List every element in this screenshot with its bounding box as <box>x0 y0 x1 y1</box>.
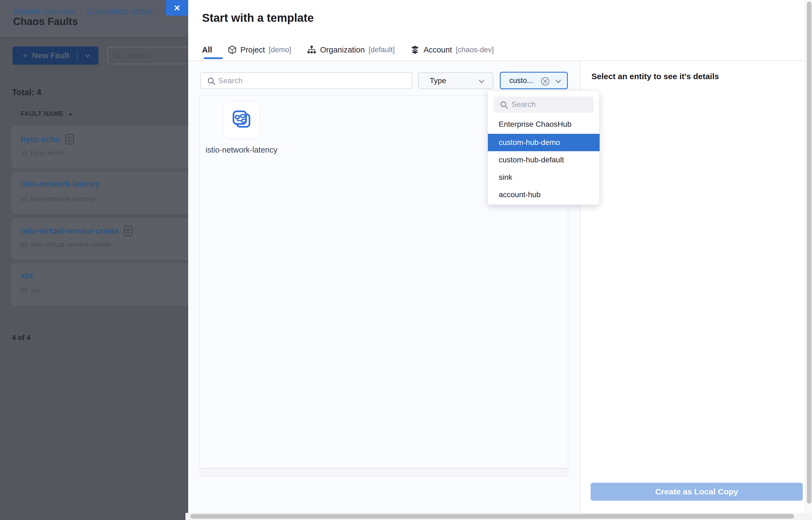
screen: Account: chaos-dev › Organization: defau… <box>0 0 812 520</box>
tab-all-label: All <box>202 46 212 54</box>
document-icon[interactable] <box>65 133 74 145</box>
fault-name-column-header[interactable]: FAULT NAME ▲ <box>21 110 73 118</box>
details-panel: Select an entity to see it's details Cre… <box>581 61 805 513</box>
close-icon[interactable]: ✕ <box>166 0 188 16</box>
new-fault-label: New Fault <box>32 51 69 60</box>
template-card-istio-network-latency[interactable]: istio-network-latency <box>205 102 279 156</box>
tab-organization-label: Organization <box>320 46 365 54</box>
hub-filter-value: custo... <box>509 76 533 85</box>
hub-option-label: sink <box>499 173 512 182</box>
hub-menu-search-field[interactable] <box>494 97 594 113</box>
fault-card[interactable]: byoc-echo Id: byoc-echo <box>11 126 197 168</box>
hub-option-label: account-hub <box>499 190 541 199</box>
hub-option-account-hub[interactable]: account-hub <box>488 186 600 203</box>
fault-id: Id: byoc-echo <box>21 149 63 157</box>
breadcrumb: Account: chaos-dev › Organization: defau… <box>14 6 168 15</box>
template-search-input[interactable] <box>218 73 409 88</box>
fault-link[interactable]: istio-virtual-service-create <box>21 227 119 236</box>
tab-account-label: Account <box>423 46 452 54</box>
document-icon[interactable] <box>124 225 133 237</box>
breadcrumb-account-link[interactable]: Account: chaos-dev <box>14 6 76 15</box>
hub-filter-dropdown[interactable]: custo... <box>500 72 568 89</box>
total-count-label: Total: 4 <box>12 87 41 97</box>
search-icon <box>207 77 216 86</box>
breadcrumb-organization-link[interactable]: Organization: default <box>87 6 152 15</box>
type-filter-label: Type <box>430 76 446 85</box>
new-fault-button[interactable]: + New Fault <box>12 47 99 65</box>
search-icon <box>113 51 123 61</box>
template-name: istio-network-latency <box>205 144 279 156</box>
fault-card[interactable]: xyz Id: xyz <box>11 263 197 306</box>
horizontal-scrollbar-thumb[interactable] <box>190 514 794 519</box>
template-tile[interactable] <box>223 102 260 138</box>
fault-id: Id: istio-network-latency <box>21 195 95 203</box>
layers-icon <box>410 45 420 54</box>
tab-all[interactable]: All <box>202 46 212 54</box>
tab-account[interactable]: Account [chaos-dev] <box>410 45 494 54</box>
create-as-local-copy-button[interactable]: Create as Local Copy <box>591 483 803 501</box>
scope-tabs: All Project [demo] Organization [default… <box>202 41 494 58</box>
chaos-scenario-icon <box>231 109 252 131</box>
hub-menu-search-input[interactable] <box>512 97 591 112</box>
hub-option-custom-hub-default[interactable]: custom-hub-default <box>488 151 600 168</box>
clear-filter-icon[interactable] <box>540 76 550 86</box>
hub-dropdown-menu: Enterprise ChaosHub custom-hub-demo cust… <box>488 90 599 205</box>
org-chart-icon <box>307 45 316 54</box>
chevron-down-icon <box>477 78 486 85</box>
hub-option-label: custom-hub-demo <box>499 138 560 147</box>
details-empty-text: Select an entity to see it's details <box>592 72 719 81</box>
fault-card[interactable]: istio-virtual-service-create Id: istio-v… <box>11 217 197 260</box>
tab-project[interactable]: Project [demo] <box>228 45 291 54</box>
fault-link[interactable]: xyz <box>21 271 33 280</box>
vertical-scrollbar-track[interactable] <box>805 0 812 513</box>
hub-option-sink[interactable]: sink <box>488 168 600 186</box>
template-browser: Type custo... <box>188 61 580 513</box>
cube-icon <box>228 45 237 54</box>
tab-project-scope: [demo] <box>269 46 291 54</box>
hub-option-enterprise-chaoshub[interactable]: Enterprise ChaosHub <box>488 115 600 133</box>
page-title: Chaos Faults <box>13 16 78 27</box>
search-icon <box>500 100 509 110</box>
fault-link[interactable]: byoc-echo <box>21 135 60 144</box>
tab-organization[interactable]: Organization [default] <box>307 45 395 54</box>
fault-link[interactable]: istio-network-latency <box>21 180 100 188</box>
fault-id: Id: istio-virtual-service-create <box>21 240 111 249</box>
breadcrumb-separator: › <box>156 6 159 15</box>
column-header-label: FAULT NAME <box>21 110 63 118</box>
button-divider <box>77 50 78 61</box>
modal-title: Start with a template <box>202 11 314 24</box>
tab-project-label: Project <box>240 46 265 54</box>
start-with-template-modal: Start with a template All Project [demo]… <box>188 0 805 513</box>
hub-option-label: custom-hub-default <box>499 156 564 164</box>
sort-ascending-icon[interactable]: ▲ <box>68 111 73 117</box>
fault-id: Id: xyz <box>21 286 41 294</box>
tab-account-scope: [chaos-dev] <box>456 46 494 54</box>
hub-option-label: Enterprise ChaosHub <box>499 120 572 129</box>
template-grid-footer <box>199 468 568 476</box>
tab-organization-scope: [default] <box>368 46 395 54</box>
plus-icon: + <box>22 50 28 61</box>
active-tab-underline <box>204 57 223 59</box>
breadcrumb-separator: › <box>80 6 82 15</box>
hub-option-custom-hub-demo[interactable]: custom-hub-demo <box>488 134 600 151</box>
type-filter-dropdown[interactable]: Type <box>418 72 493 89</box>
chevron-down-icon <box>554 79 562 84</box>
vertical-scrollbar-thumb[interactable] <box>807 2 811 504</box>
chevron-down-icon[interactable] <box>83 52 91 60</box>
fault-card[interactable]: istio-network-latency Id: istio-network-… <box>11 172 197 214</box>
horizontal-scrollbar-track[interactable] <box>185 513 812 520</box>
pagination-label: 4 of 4 <box>12 333 30 342</box>
template-search-field[interactable] <box>201 72 412 89</box>
